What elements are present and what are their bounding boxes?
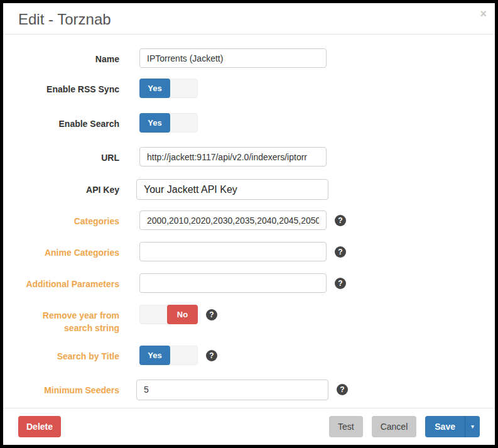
save-split-button: Save ▾	[425, 416, 480, 437]
minimum-seeders-input[interactable]	[136, 380, 328, 400]
additional-parameters-label: Additional Parameters	[18, 273, 119, 290]
cancel-button[interactable]: Cancel	[372, 416, 417, 437]
enable-rss-sync-label: Enable RSS Sync	[18, 79, 119, 96]
save-button[interactable]: Save	[425, 416, 465, 437]
help-icon[interactable]: ?	[337, 384, 348, 395]
help-icon[interactable]: ?	[335, 215, 346, 226]
row-control: ?	[139, 242, 346, 261]
modal-title: Edit - Torznab	[18, 9, 480, 29]
row-control	[139, 48, 327, 68]
row-control: ?	[139, 380, 348, 400]
row-control: ?	[139, 210, 346, 230]
api-key-label: API Key	[18, 179, 119, 196]
caret-down-icon[interactable]: ▾	[465, 416, 480, 437]
url-input[interactable]	[139, 147, 327, 167]
form-row-additional-parameters: Additional Parameters ?	[18, 273, 480, 293]
enable-rss-sync-toggle[interactable]: Yes	[139, 79, 198, 98]
form-row-api-key: API Key	[18, 179, 480, 200]
row-control: No ?	[139, 305, 217, 324]
help-icon[interactable]: ?	[335, 278, 346, 289]
toggle-knob: Yes	[139, 79, 170, 98]
form-row-categories: Categories ?	[18, 210, 480, 230]
enable-search-label: Enable Search	[18, 113, 119, 130]
help-icon[interactable]: ?	[206, 309, 217, 320]
search-by-title-toggle[interactable]: Yes	[139, 346, 198, 365]
test-button[interactable]: Test	[329, 416, 363, 437]
edit-torznab-modal: Edit - Torznab × Name Enable RSS Sync Ye…	[0, 0, 498, 448]
additional-parameters-input[interactable]	[139, 273, 327, 293]
delete-button[interactable]: Delete	[18, 416, 61, 437]
anime-categories-label: Anime Categories	[18, 242, 119, 259]
row-control: Yes ?	[139, 346, 217, 365]
categories-label: Categories	[18, 210, 119, 227]
enable-search-toggle[interactable]: Yes	[139, 113, 198, 133]
form-row-remove-year: Remove year from search string No ?	[18, 305, 480, 335]
name-input[interactable]	[139, 48, 327, 68]
help-icon[interactable]: ?	[206, 350, 217, 361]
name-label: Name	[18, 48, 119, 65]
search-by-title-label: Search by Title	[18, 346, 119, 363]
modal-footer: Delete Test Cancel Save ▾	[3, 408, 495, 445]
form-row-url: URL	[18, 147, 480, 167]
remove-year-toggle[interactable]: No	[139, 305, 198, 324]
form-row-search-by-title: Search by Title Yes ?	[18, 346, 480, 365]
remove-year-label: Remove year from search string	[18, 305, 119, 335]
row-control: ?	[139, 273, 346, 293]
row-control	[139, 147, 327, 167]
toggle-knob: No	[167, 305, 198, 324]
toggle-knob: Yes	[139, 346, 170, 365]
anime-categories-input[interactable]	[139, 242, 327, 261]
close-icon[interactable]: ×	[480, 8, 487, 19]
form-row-anime-categories: Anime Categories ?	[18, 242, 480, 261]
toggle-knob: Yes	[139, 113, 170, 133]
form-row-name: Name	[18, 48, 480, 68]
categories-input[interactable]	[139, 210, 327, 230]
help-icon[interactable]: ?	[335, 246, 346, 258]
url-label: URL	[18, 147, 119, 164]
form-row-enable-rss-sync: Enable RSS Sync Yes	[18, 79, 480, 98]
minimum-seeders-label: Minimum Seeders	[18, 380, 119, 396]
modal-body: Name Enable RSS Sync Yes Enable Search Y…	[3, 35, 495, 408]
row-control	[139, 179, 328, 200]
form-row-enable-search: Enable Search Yes	[18, 113, 480, 133]
api-key-input[interactable]	[136, 179, 328, 200]
footer-actions: Test Cancel Save ▾	[320, 416, 480, 437]
form-row-minimum-seeders: Minimum Seeders ?	[18, 380, 480, 400]
modal-header: Edit - Torznab ×	[3, 3, 495, 35]
row-control: Yes	[139, 113, 198, 133]
row-control: Yes	[139, 79, 198, 98]
